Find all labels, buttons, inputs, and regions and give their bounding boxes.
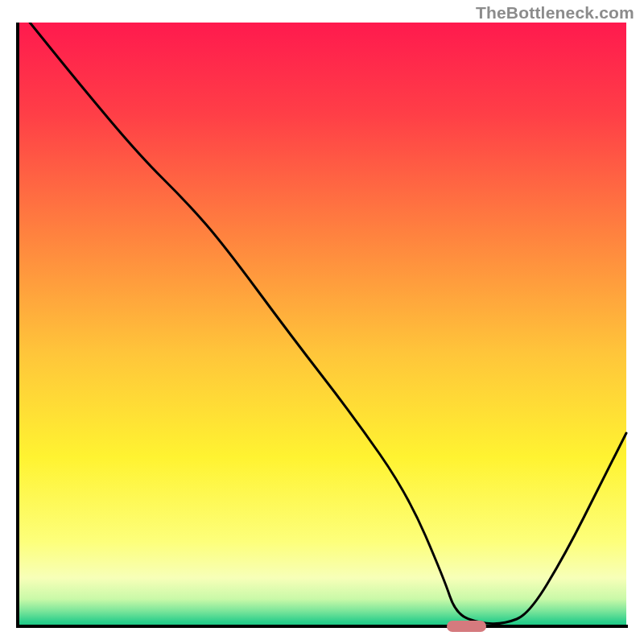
bottleneck-chart xyxy=(16,23,628,628)
chart-container: TheBottleneck.com xyxy=(0,0,644,644)
watermark-text: TheBottleneck.com xyxy=(476,3,634,23)
chart-svg xyxy=(16,23,628,628)
optimal-marker xyxy=(447,621,486,632)
gradient-background xyxy=(18,23,626,626)
